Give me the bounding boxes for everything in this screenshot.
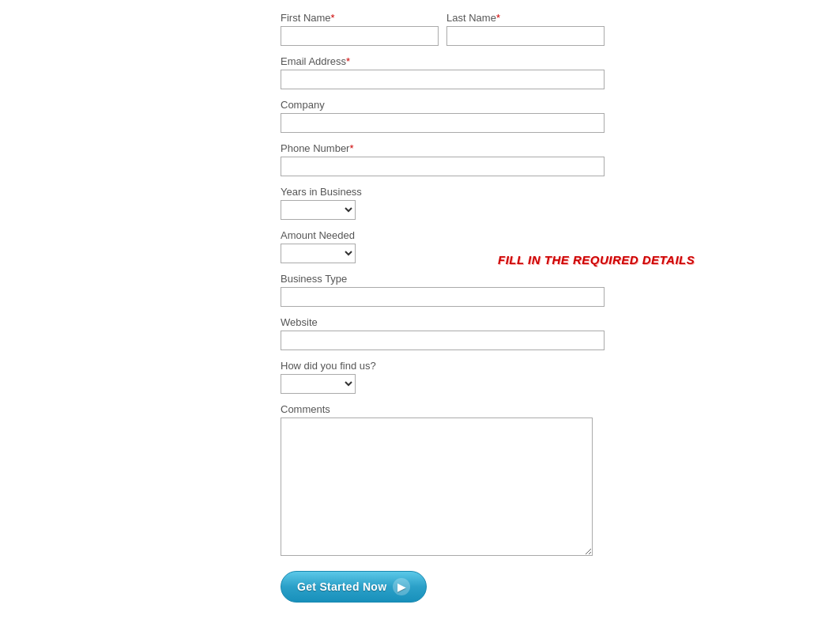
phone-input[interactable]	[281, 157, 605, 176]
website-label: Website	[281, 316, 605, 328]
last-name-col: Last Name*	[446, 12, 605, 46]
business-type-input[interactable]	[281, 287, 605, 307]
company-label: Company	[281, 99, 605, 111]
amount-label: Amount Needed	[281, 229, 605, 241]
years-row: Years in Business 0-1 1-2 2-5 5-10 10+	[281, 186, 605, 220]
amount-row: Amount Needed $5K-$10K $10K-$25K $25K-$5…	[281, 229, 605, 263]
name-row: First Name* Last Name*	[281, 12, 605, 46]
first-name-label: First Name*	[281, 12, 439, 24]
comments-label: Comments	[281, 403, 605, 415]
business-type-row: Business Type	[281, 273, 605, 307]
business-type-label: Business Type	[281, 273, 605, 285]
last-name-input[interactable]	[446, 26, 605, 46]
comments-textarea[interactable]	[281, 418, 593, 556]
phone-row: Phone Number*	[281, 142, 605, 176]
page-container: FILL IN THE REQUIRED DETAILS First Name*…	[0, 0, 840, 631]
submit-wrap: Get Started Now ▶	[281, 571, 605, 603]
years-label: Years in Business	[281, 186, 605, 198]
how-select[interactable]: Google Referral Social Media Other	[281, 374, 356, 394]
submit-button[interactable]: Get Started Now ▶	[281, 571, 427, 603]
form-area: First Name* Last Name* Email Address* Co…	[281, 12, 605, 603]
website-row: Website	[281, 316, 605, 350]
how-row: How did you find us? Google Referral Soc…	[281, 360, 605, 394]
years-select[interactable]: 0-1 1-2 2-5 5-10 10+	[281, 200, 356, 220]
phone-label: Phone Number*	[281, 142, 605, 154]
amount-select[interactable]: $5K-$10K $10K-$25K $25K-$50K $50K+	[281, 244, 356, 263]
how-label: How did you find us?	[281, 360, 605, 372]
comments-row: Comments	[281, 403, 605, 558]
submit-label: Get Started Now	[297, 580, 386, 593]
last-name-label: Last Name*	[446, 12, 605, 24]
company-row: Company	[281, 99, 605, 133]
first-name-input[interactable]	[281, 26, 439, 46]
website-input[interactable]	[281, 331, 605, 350]
email-input[interactable]	[281, 70, 605, 89]
email-row: Email Address*	[281, 55, 605, 89]
first-name-col: First Name*	[281, 12, 439, 46]
company-input[interactable]	[281, 113, 605, 133]
email-label: Email Address*	[281, 55, 605, 67]
submit-arrow-icon: ▶	[393, 578, 410, 595]
